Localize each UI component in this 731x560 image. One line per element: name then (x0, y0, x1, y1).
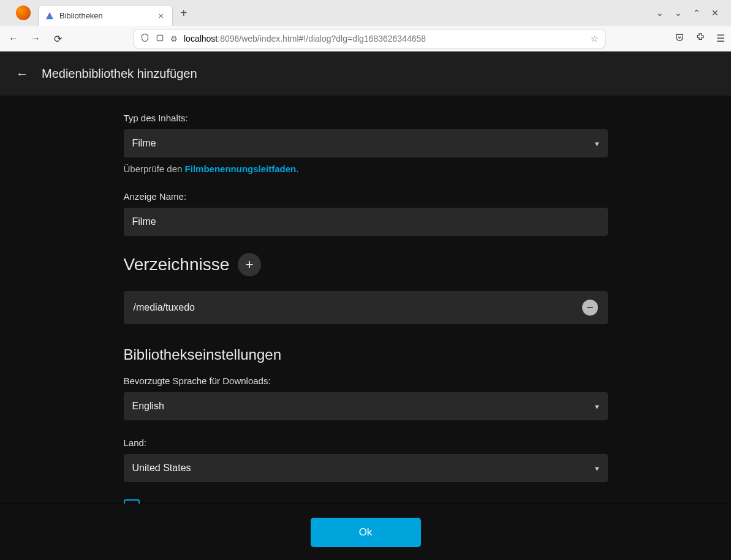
library-form: Typ des Inhalts: Filme ▾ Überprüfe den F… (124, 113, 608, 515)
forward-icon[interactable]: → (28, 31, 43, 46)
tab-bar: Bibliotheken × + ⌄ ⌄ ⌃ ✕ (0, 0, 731, 26)
naming-hint: Überprüfe den Filmbenennungsleitfaden. (124, 164, 608, 174)
extensions-icon[interactable] (695, 32, 705, 45)
svg-rect-1 (587, 307, 593, 308)
country-select[interactable]: United States ▾ (124, 454, 608, 482)
firefox-logo-icon (16, 6, 31, 20)
library-settings-heading: Bibliothekseinstellungen (124, 346, 608, 363)
dialog-header: ← Medienbibliothek hinzufügen (0, 51, 731, 96)
browser-chrome: Bibliotheken × + ⌄ ⌄ ⌃ ✕ ← → ⟳ ⚙ localho… (0, 0, 731, 52)
language-select[interactable]: English ▾ (124, 392, 608, 420)
naming-guide-link[interactable]: Filmbenennungsleitfaden (185, 164, 297, 174)
content-type-select[interactable]: Filme ▾ (124, 129, 608, 157)
tab-close-icon[interactable]: × (156, 10, 166, 21)
page-info-icon[interactable] (156, 34, 164, 44)
chevron-down-icon: ▾ (595, 402, 599, 411)
country-label: Land: (124, 437, 608, 448)
content-type-value: Filme (132, 138, 156, 149)
language-label: Bevorzugte Sprache für Downloads: (124, 376, 608, 386)
dialog-footer: Ok (0, 504, 731, 560)
url-bar[interactable]: ⚙ localhost:8096/web/index.html#!/dialog… (134, 29, 605, 48)
bookmark-star-icon[interactable]: ☆ (591, 34, 599, 44)
remove-folder-button[interactable] (582, 300, 598, 316)
minimize-icon[interactable]: ⌄ (675, 8, 682, 18)
folders-heading: Verzeichnisse (124, 255, 230, 274)
tab-title: Bibliotheken (59, 11, 156, 20)
country-value: United States (132, 463, 191, 474)
permissions-icon[interactable]: ⚙ (170, 34, 178, 44)
folder-row: /media/tuxedo (124, 291, 608, 324)
add-folder-button[interactable]: + (238, 253, 261, 276)
browser-tab[interactable]: Bibliotheken × (38, 5, 173, 26)
add-library-dialog: ← Medienbibliothek hinzufügen Typ des In… (0, 51, 731, 560)
svg-rect-0 (157, 35, 162, 40)
close-window-icon[interactable]: ✕ (711, 8, 719, 18)
shield-icon[interactable] (140, 33, 150, 44)
maximize-icon[interactable]: ⌃ (693, 8, 700, 18)
url-text: localhost:8096/web/index.html#!/dialog?d… (184, 34, 426, 44)
language-value: English (132, 401, 164, 412)
dialog-body: Typ des Inhalts: Filme ▾ Überprüfe den F… (0, 96, 731, 560)
display-name-field: Anzeige Name: Filme (124, 191, 608, 236)
new-tab-button[interactable]: + (173, 6, 195, 20)
window-controls: ⌄ ⌄ ⌃ ✕ (656, 8, 726, 18)
dialog-title: Medienbibliothek hinzufügen (42, 67, 197, 81)
pocket-icon[interactable] (675, 32, 684, 45)
chevron-down-icon: ▾ (595, 139, 599, 148)
dialog-back-button[interactable]: ← (12, 64, 32, 83)
display-name-label: Anzeige Name: (124, 191, 608, 202)
display-name-input[interactable]: Filme (124, 208, 608, 236)
country-field: Land: United States ▾ (124, 437, 608, 482)
ok-button[interactable]: Ok (311, 518, 421, 547)
browser-toolbar: ← → ⟳ ⚙ localhost:8096/web/index.html#!/… (0, 26, 731, 51)
chevron-down-icon: ▾ (595, 464, 599, 473)
folder-path: /media/tuxedo (134, 302, 582, 313)
language-field: Bevorzugte Sprache für Downloads: Englis… (124, 376, 608, 420)
folders-section-head: Verzeichnisse + (124, 253, 608, 276)
content-type-field: Typ des Inhalts: Filme ▾ Überprüfe den F… (124, 113, 608, 174)
reload-icon[interactable]: ⟳ (50, 31, 65, 46)
content-type-label: Typ des Inhalts: (124, 113, 608, 123)
jellyfin-favicon-icon (45, 11, 55, 21)
toolbar-right: ☰ (675, 32, 725, 45)
back-icon[interactable]: ← (6, 31, 21, 46)
tabs-dropdown-icon[interactable]: ⌄ (656, 8, 664, 18)
menu-icon[interactable]: ☰ (716, 32, 725, 45)
